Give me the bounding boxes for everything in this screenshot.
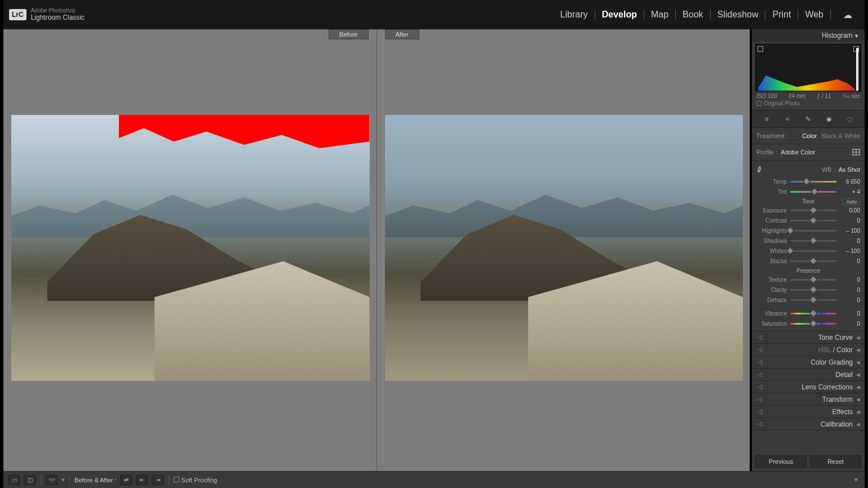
module-book[interactable]: Book	[676, 10, 710, 20]
after-photo[interactable]	[385, 115, 743, 381]
eye-icon: ⏿	[756, 396, 763, 403]
auto-button[interactable]: Auto	[843, 198, 860, 205]
reset-button[interactable]: Reset	[810, 455, 861, 468]
panel-effects[interactable]: ⏿Effects◀	[752, 406, 865, 418]
eye-icon: ⏿	[756, 371, 763, 379]
clarity-slider[interactable]	[790, 286, 836, 293]
soft-proofing-label: Soft Proofing	[181, 477, 218, 483]
texture-label: Texture	[756, 277, 787, 283]
compare-view-button[interactable]: ◫	[24, 475, 36, 485]
wb-dropdown[interactable]: As Shot	[838, 166, 860, 173]
contrast-slider[interactable]	[790, 217, 836, 224]
panel-calibration[interactable]: ⏿Calibration◀	[752, 418, 865, 431]
cloud-sync-icon[interactable]: ☁	[836, 10, 859, 20]
swap-button[interactable]: ⇄	[120, 475, 132, 485]
wb-eyedropper-icon[interactable]: ✐	[755, 164, 765, 175]
temp-label: Temp	[756, 179, 787, 185]
chevron-left-icon: ◀	[856, 397, 860, 402]
crop-icon[interactable]: ⌗	[782, 114, 792, 124]
before-pane: Before	[3, 29, 377, 471]
dehaze-slider[interactable]	[790, 296, 836, 303]
before-after-lr-button[interactable]: Y|Y	[46, 475, 58, 485]
highlights-value[interactable]: – 100	[840, 228, 860, 234]
healing-icon[interactable]: ✎	[803, 114, 813, 124]
vibrance-value[interactable]: 0	[840, 310, 860, 317]
highlights-label: Highlights	[756, 228, 787, 234]
module-library[interactable]: Library	[553, 10, 595, 20]
histogram-header[interactable]: Histogram	[752, 29, 865, 42]
after-label: After	[385, 29, 419, 39]
shadows-value[interactable]: 0	[840, 238, 860, 244]
profile-browser-icon[interactable]	[852, 149, 860, 156]
dehaze-value[interactable]: 0	[840, 297, 860, 303]
saturation-value[interactable]: 0	[840, 321, 860, 327]
soft-proofing-toggle[interactable]: Soft Proofing	[174, 477, 218, 483]
profile-label: Profile :	[756, 149, 777, 156]
contrast-value[interactable]: 0	[840, 218, 860, 224]
before-after-label: Before & After :	[74, 477, 117, 483]
shadow-clip-toggle[interactable]	[758, 46, 763, 52]
module-print[interactable]: Print	[765, 10, 798, 20]
filmstrip-chevron-icon[interactable]: ▾	[854, 476, 858, 483]
before-photo[interactable]	[11, 115, 370, 381]
profile-section: Profile : Adobe Color	[752, 144, 865, 161]
panel-transform[interactable]: ⏿Transform◀	[752, 393, 865, 406]
histogram[interactable]	[755, 44, 861, 91]
loupe-view-button[interactable]: ▭	[8, 475, 20, 485]
module-map[interactable]: Map	[644, 10, 676, 20]
temp-slider[interactable]	[790, 178, 836, 185]
copy-after-button[interactable]: ⇥	[152, 475, 164, 485]
saturation-label: Saturation	[756, 321, 787, 327]
module-develop[interactable]: Develop	[595, 10, 644, 20]
treatment-bw[interactable]: Black & White	[822, 132, 860, 139]
saturation-slider[interactable]	[790, 320, 836, 327]
panel-detail[interactable]: ⏿Detail◀	[752, 369, 865, 381]
masking-icon[interactable]: ◌	[845, 114, 855, 124]
panel-color-grading[interactable]: ⏿Color Grading◀	[752, 356, 865, 369]
chevron-left-icon: ◀	[856, 422, 860, 427]
edit-sliders-icon[interactable]: ≡	[761, 114, 772, 124]
texture-value[interactable]: 0	[840, 277, 860, 283]
vibrance-slider[interactable]	[790, 310, 836, 317]
panel-lens-corrections[interactable]: ⏿Lens Corrections◀	[752, 381, 865, 393]
texture-slider[interactable]	[790, 276, 836, 283]
tint-slider[interactable]	[790, 188, 836, 195]
previous-button[interactable]: Previous	[755, 455, 807, 468]
checkbox-icon	[756, 101, 761, 106]
panel-hsl-color[interactable]: ⏿HSL / Color◀	[752, 344, 865, 356]
blacks-value[interactable]: 0	[840, 258, 860, 264]
module-picker: Library Develop Map Book Slideshow Print…	[553, 10, 859, 20]
treatment-color[interactable]: Color	[802, 132, 817, 139]
whites-label: Whites	[756, 248, 787, 254]
meta-iso: ISO 100	[756, 93, 777, 99]
app-title: Adobe Photoshop Lightroom Classic	[31, 7, 85, 21]
module-slideshow[interactable]: Slideshow	[711, 10, 766, 20]
tone-group-label: Tone	[802, 198, 814, 205]
exposure-label: Exposure	[756, 207, 787, 214]
chevron-left-icon: ◀	[856, 347, 860, 353]
tint-value[interactable]: + 4	[840, 189, 860, 195]
panel-tone-curve[interactable]: ⏿Tone Curve◀	[752, 331, 865, 344]
whites-slider[interactable]	[790, 247, 836, 254]
copy-before-button[interactable]: ⇤	[136, 475, 148, 485]
exposure-value[interactable]: 0.00	[840, 207, 860, 214]
highlight-clipping-overlay	[119, 115, 370, 181]
tint-label: Tint	[756, 189, 787, 195]
before-label: Before	[329, 29, 368, 39]
chevron-left-icon: ◀	[856, 384, 860, 390]
highlights-slider[interactable]	[790, 227, 836, 234]
whites-value[interactable]: – 100	[840, 248, 860, 254]
eye-icon: ⏿	[756, 383, 763, 391]
app-title-line2: Lightroom Classic	[31, 14, 85, 22]
shadows-slider[interactable]	[790, 237, 836, 244]
module-web[interactable]: Web	[798, 10, 831, 20]
blacks-slider[interactable]	[790, 258, 836, 264]
original-photo-toggle[interactable]: Original Photo	[752, 99, 865, 110]
redeye-icon[interactable]: ◉	[824, 114, 834, 124]
profile-dropdown[interactable]: Adobe Color	[781, 149, 849, 156]
clarity-label: Clarity	[756, 287, 787, 293]
temp-value[interactable]: 6 650	[840, 179, 860, 185]
exposure-slider[interactable]	[790, 207, 836, 214]
meta-aperture: ƒ / 11	[817, 93, 831, 99]
clarity-value[interactable]: 0	[840, 287, 860, 293]
